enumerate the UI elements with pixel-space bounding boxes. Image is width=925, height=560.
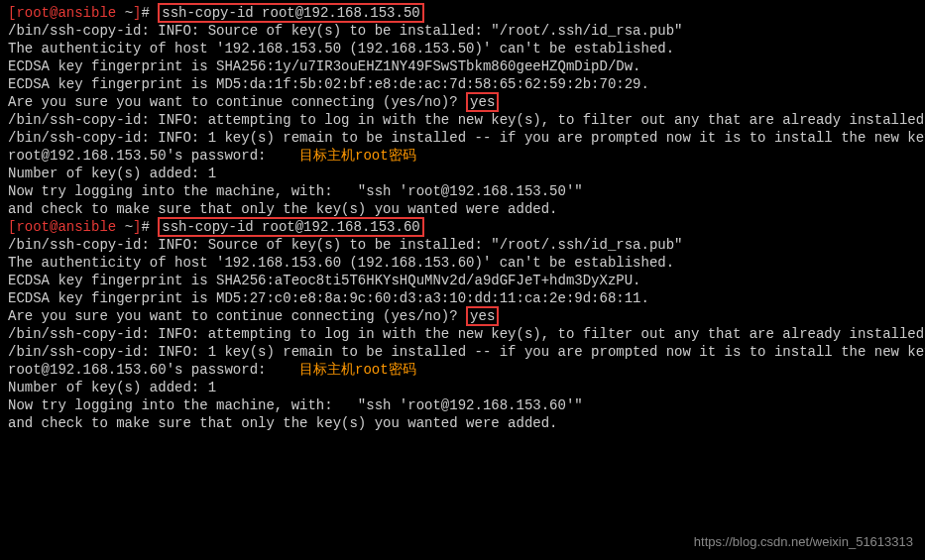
output-line: /bin/ssh-copy-id: INFO: Source of key(s)… xyxy=(8,236,917,254)
output-line: Now try logging into the machine, with: … xyxy=(8,396,917,414)
confirm-prompt: Are you sure you want to continue connec… xyxy=(8,308,466,324)
output-line: /bin/ssh-copy-id: INFO: 1 key(s) remain … xyxy=(8,343,917,361)
output-line: The authenticity of host '192.168.153.60… xyxy=(8,254,917,272)
command-2[interactable]: ssh-copy-id root@192.168.153.60 xyxy=(158,217,423,237)
cwd: ~ xyxy=(116,5,133,21)
password-line-2: root@192.168.153.60's password: 目标主机root… xyxy=(8,361,917,379)
output-line: /bin/ssh-copy-id: INFO: Source of key(s)… xyxy=(8,22,917,40)
cwd: ~ xyxy=(116,219,133,235)
hash: # xyxy=(141,219,158,235)
user-host: root@ansible xyxy=(16,5,116,21)
output-line: Number of key(s) added: 1 xyxy=(8,165,917,182)
output-line: /bin/ssh-copy-id: INFO: attempting to lo… xyxy=(8,111,917,129)
confirm-line-1: Are you sure you want to continue connec… xyxy=(8,93,917,111)
hash: # xyxy=(141,5,158,21)
output-line: ECDSA key fingerprint is MD5:27:c0:e8:8a… xyxy=(8,289,917,307)
password-prompt: root@192.168.153.60's password: xyxy=(8,362,299,378)
output-line: ECDSA key fingerprint is SHA256:1y/u7IR3… xyxy=(8,57,917,75)
prompt-line-2: [root@ansible ~]# ssh-copy-id root@192.1… xyxy=(8,218,917,236)
prompt-line-1: [root@ansible ~]# ssh-copy-id root@192.1… xyxy=(8,4,917,22)
output-line: /bin/ssh-copy-id: INFO: attempting to lo… xyxy=(8,325,917,343)
confirm-answer-1[interactable]: yes xyxy=(466,92,499,112)
confirm-prompt: Are you sure you want to continue connec… xyxy=(8,94,466,110)
output-line: ECDSA key fingerprint is SHA256:aTeoc8ti… xyxy=(8,272,917,289)
command-1[interactable]: ssh-copy-id root@192.168.153.50 xyxy=(158,3,423,23)
output-line: ECDSA key fingerprint is MD5:da:1f:5b:02… xyxy=(8,75,917,93)
output-line: and check to make sure that only the key… xyxy=(8,414,917,432)
confirm-line-2: Are you sure you want to continue connec… xyxy=(8,307,917,325)
output-line: /bin/ssh-copy-id: INFO: 1 key(s) remain … xyxy=(8,129,917,147)
confirm-answer-2[interactable]: yes xyxy=(466,306,499,326)
user-host: root@ansible xyxy=(16,219,116,235)
password-prompt: root@192.168.153.50's password: xyxy=(8,148,299,164)
password-line-1: root@192.168.153.50's password: 目标主机root… xyxy=(8,147,917,165)
annotation-2: 目标主机root密码 xyxy=(299,362,416,378)
output-line: Now try logging into the machine, with: … xyxy=(8,182,917,200)
annotation-1: 目标主机root密码 xyxy=(299,148,416,164)
output-line: Number of key(s) added: 1 xyxy=(8,379,917,396)
output-line: and check to make sure that only the key… xyxy=(8,200,917,218)
output-line: The authenticity of host '192.168.153.50… xyxy=(8,40,917,57)
